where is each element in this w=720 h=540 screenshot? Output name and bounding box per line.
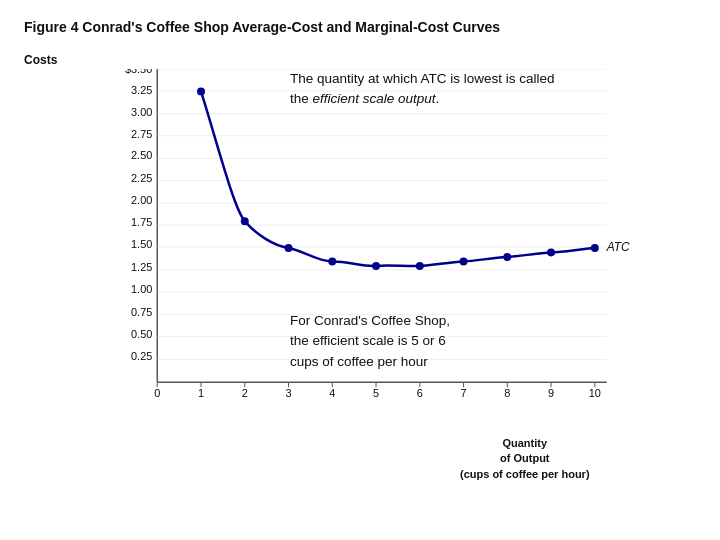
svg-text:2.75: 2.75 (131, 128, 152, 140)
svg-text:0: 0 (154, 387, 160, 399)
svg-text:0.75: 0.75 (131, 306, 152, 318)
svg-text:7: 7 (461, 387, 467, 399)
svg-text:8: 8 (504, 387, 510, 399)
atc-dot-2 (241, 217, 249, 225)
svg-text:1.75: 1.75 (131, 216, 152, 228)
svg-text:6: 6 (417, 387, 423, 399)
annotation-bottom-container: For Conrad's Coffee Shop, the efficient … (290, 311, 570, 372)
atc-dot-3 (285, 244, 293, 252)
annotation-top-text: The quantity at which ATC is lowest is c… (290, 69, 570, 110)
svg-text:2.00: 2.00 (131, 194, 152, 206)
y-axis-label: Costs (24, 53, 57, 67)
atc-dot-1 (197, 87, 205, 95)
annotation-top-end: . (436, 91, 440, 106)
svg-text:4: 4 (329, 387, 335, 399)
svg-text:$3.50: $3.50 (125, 69, 152, 75)
atc-dot-10 (591, 244, 599, 252)
atc-dot-8 (503, 253, 511, 261)
svg-text:3.25: 3.25 (131, 84, 152, 96)
svg-text:9: 9 (548, 387, 554, 399)
atc-dot-9 (547, 248, 555, 256)
annotation-top-container: The quantity at which ATC is lowest is c… (290, 69, 570, 110)
atc-dot-4 (328, 257, 336, 265)
annotation-bottom-line2: the efficient scale is 5 or 6 (290, 331, 570, 351)
annotation-bottom-line3: cups of coffee per hour (290, 352, 570, 372)
svg-text:2.25: 2.25 (131, 172, 152, 184)
page-title: Figure 4 Conrad's Coffee Shop Average-Co… (24, 18, 696, 37)
x-axis-label: Quantity of Output (cups of coffee per h… (460, 436, 590, 482)
svg-text:1.00: 1.00 (131, 283, 152, 295)
svg-text:10: 10 (589, 387, 601, 399)
svg-text:3.00: 3.00 (131, 106, 152, 118)
chart-area: Costs $3.50 3.25 3.00 (24, 47, 696, 487)
atc-curve-label: ATC (606, 240, 630, 254)
svg-text:1.25: 1.25 (131, 261, 152, 273)
atc-curve (201, 91, 595, 266)
annotation-top-italic: efficient scale output (313, 91, 436, 106)
svg-text:0.25: 0.25 (131, 350, 152, 362)
svg-text:2.50: 2.50 (131, 149, 152, 161)
svg-text:0.50: 0.50 (131, 327, 152, 339)
svg-text:3: 3 (285, 387, 291, 399)
chart-svg: $3.50 3.25 3.00 2.75 2.50 2.25 2.00 1.75… (70, 69, 696, 427)
chart-inner: $3.50 3.25 3.00 2.75 2.50 2.25 2.00 1.75… (70, 69, 696, 427)
svg-text:1.50: 1.50 (131, 238, 152, 250)
svg-text:1: 1 (198, 387, 204, 399)
atc-dot-7 (460, 257, 468, 265)
atc-dot-5 (372, 262, 380, 270)
atc-dot-6 (416, 262, 424, 270)
svg-text:5: 5 (373, 387, 379, 399)
page: Figure 4 Conrad's Coffee Shop Average-Co… (0, 0, 720, 540)
annotation-bottom-line1: For Conrad's Coffee Shop, (290, 311, 570, 331)
svg-text:2: 2 (242, 387, 248, 399)
